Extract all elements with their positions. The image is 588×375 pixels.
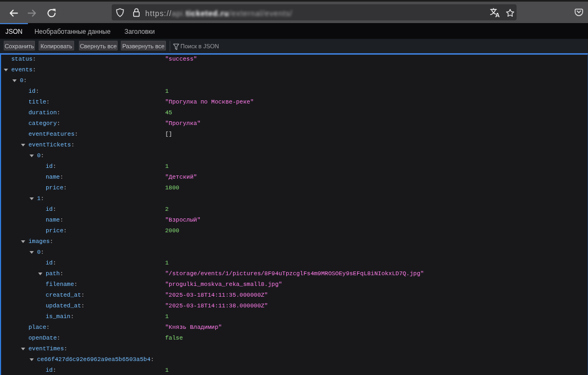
svg-text:A: A <box>495 12 499 18</box>
